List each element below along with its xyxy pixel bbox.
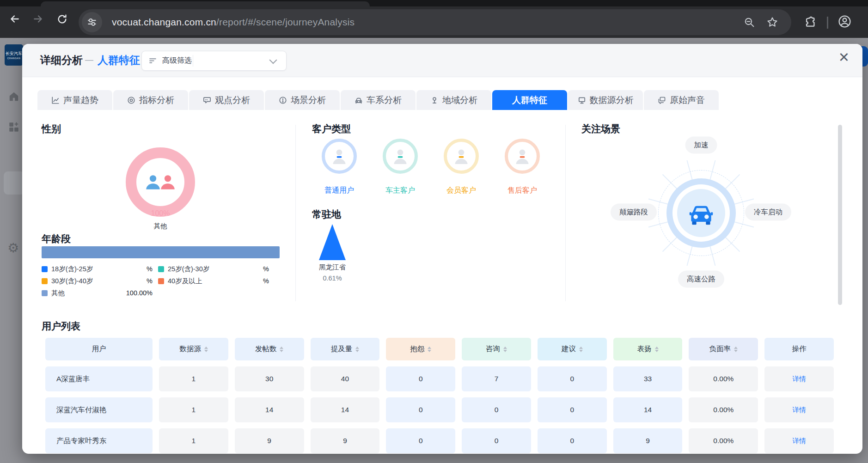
- tab-datasource-analysis[interactable]: 数据源分析: [568, 90, 643, 110]
- sort-icon[interactable]: [355, 347, 359, 352]
- browser-active-tab[interactable]: [41, 1, 370, 6]
- modal-title-dash: —: [85, 55, 93, 65]
- scene-section-title: 关注场景: [581, 122, 620, 135]
- table-cell-user: 产品专家叶秀东: [45, 428, 153, 453]
- sort-icon[interactable]: [655, 347, 659, 352]
- table-cell: 0.00%: [689, 366, 758, 391]
- sidebar-apps-icon[interactable]: [8, 121, 20, 135]
- tab-opinion-analysis[interactable]: 观点分析: [189, 90, 264, 110]
- filter-label: 高级筛选: [162, 56, 192, 66]
- sort-icon[interactable]: [734, 347, 738, 352]
- site-info-icon[interactable]: [82, 12, 102, 32]
- sort-icon[interactable]: [503, 347, 507, 352]
- tab-region-analysis[interactable]: 地域分析: [416, 90, 491, 110]
- sidebar-settings-icon[interactable]: ⚙: [7, 240, 19, 256]
- table-cell: 0.00%: [689, 428, 758, 453]
- tab-demographics[interactable]: 人群特征: [492, 90, 567, 110]
- filter-divider: [193, 55, 193, 67]
- legend-swatch: [158, 278, 164, 284]
- customer-type-item: 普通用户: [309, 139, 370, 195]
- table-cell: 0: [538, 366, 607, 391]
- user-badge-icon: [444, 139, 479, 174]
- changan-logo: 长安汽车 CHANGAN: [5, 44, 23, 66]
- tab-scene-analysis[interactable]: 场景分析: [265, 90, 340, 110]
- table-cell: 9: [311, 428, 380, 453]
- url-path: /report/#/scene/journeyAnalysis: [216, 17, 355, 27]
- table-cell: 0: [386, 366, 455, 391]
- extensions-icon[interactable]: [801, 12, 820, 31]
- detail-analysis-modal: 详细分析 — 人群特征 高级筛选 ✕ 声量趋势 指标分析 观点分析: [22, 44, 862, 454]
- tab-label: 声量趋势: [63, 94, 98, 106]
- col-header-complaints[interactable]: 抱怨: [386, 338, 455, 360]
- table-cell: 0: [462, 428, 531, 453]
- scene-tag-highway: 高速公路: [678, 271, 724, 288]
- table-cell: 33: [613, 366, 683, 391]
- tab-volume-trend[interactable]: 声量趋势: [37, 90, 112, 110]
- detail-link[interactable]: 详情: [793, 375, 806, 384]
- back-icon[interactable]: [7, 12, 22, 26]
- age-legend: 18岁(含)-25岁% 25岁(含)-30岁% 30岁(含)-40岁% 40岁及…: [42, 265, 275, 297]
- legend-swatch: [158, 266, 164, 272]
- table-cell: 0.00%: [689, 397, 758, 422]
- sort-icon[interactable]: [428, 347, 431, 352]
- col-header-posts[interactable]: 发帖数: [235, 338, 304, 360]
- screen: vocuat.changan.com.cn/report/#/scene/jou…: [0, 0, 868, 463]
- legend-swatch: [42, 266, 48, 272]
- car-icon: [686, 198, 716, 228]
- logo-subtext: CHANGAN: [7, 57, 21, 60]
- url-text[interactable]: vocuat.changan.com.cn/report/#/scene/jou…: [112, 17, 355, 28]
- profile-icon[interactable]: [835, 12, 854, 31]
- col-header-actions: 操作: [764, 338, 834, 360]
- scene-tag-cold-start: 冷车启动: [745, 204, 791, 221]
- col-header-datasource[interactable]: 数据源: [159, 338, 228, 360]
- tab-label: 观点分析: [215, 94, 250, 106]
- customer-section-title: 客户类型: [312, 122, 351, 135]
- sort-icon[interactable]: [579, 347, 583, 352]
- reload-icon[interactable]: [55, 12, 69, 26]
- col-header-mentions[interactable]: 提及量: [311, 338, 380, 360]
- tab-vehicle-series-analysis[interactable]: 车系分析: [341, 90, 416, 110]
- legend-item: 30岁(含)-40岁%: [42, 277, 158, 285]
- modal-subtitle: 人群特征: [98, 53, 140, 67]
- tab-metric-analysis[interactable]: 指标分析: [113, 90, 188, 110]
- gender-category: 其他: [126, 222, 195, 231]
- table-cell: 1: [159, 366, 228, 391]
- user-badge-icon: [383, 139, 418, 174]
- user-table: 用户 数据源 发帖数 提及量 抱怨 咨询 建议 表扬 负面率 操作 A深蓝唐丰 …: [45, 338, 834, 453]
- legend-swatch: [42, 278, 48, 284]
- table-cell: 9: [613, 428, 683, 453]
- table-cell: 0: [386, 397, 455, 422]
- legend-item: 18岁(含)-25岁%: [42, 265, 158, 273]
- col-header-inquiries[interactable]: 咨询: [462, 338, 531, 360]
- sort-icon[interactable]: [280, 347, 283, 352]
- detail-link[interactable]: 详情: [793, 437, 806, 445]
- col-header-suggestions[interactable]: 建议: [538, 338, 607, 360]
- bookmark-star-icon[interactable]: [763, 12, 782, 32]
- table-cell-user: 深蓝汽车付淑艳: [45, 397, 153, 422]
- tab-label: 地域分析: [442, 94, 477, 106]
- zoom-out-icon[interactable]: [740, 12, 759, 32]
- table-cell: 14: [235, 397, 304, 422]
- sidebar-home-icon[interactable]: [8, 91, 20, 104]
- female-person-icon: [159, 173, 177, 191]
- chevron-down-icon: [269, 56, 277, 64]
- residence-percent: 0.61%: [305, 274, 360, 282]
- analysis-tabs: 声量趋势 指标分析 观点分析 场景分析 车系分析 地域分析: [37, 90, 719, 110]
- charts-scrollbar[interactable]: [838, 125, 842, 305]
- detail-link[interactable]: 详情: [793, 406, 806, 414]
- tab-raw-voice[interactable]: 原始声音: [644, 90, 719, 110]
- gender-donut-chart: [126, 147, 195, 217]
- table-cell: 14: [613, 397, 683, 422]
- close-icon[interactable]: ✕: [838, 51, 850, 64]
- url-host: vocuat.changan.com.cn: [112, 17, 216, 27]
- table-cell: 1: [159, 397, 228, 422]
- advanced-filter-dropdown[interactable]: 高级筛选: [141, 51, 287, 71]
- sort-icon[interactable]: [204, 347, 208, 352]
- forward-icon[interactable]: [31, 12, 45, 26]
- address-bar[interactable]: vocuat.changan.com.cn/report/#/scene/jou…: [79, 9, 791, 35]
- col-header-negative-rate[interactable]: 负面率: [689, 338, 758, 360]
- col-header-praise[interactable]: 表扬: [613, 338, 683, 360]
- customer-type-item: 售后客户: [492, 139, 553, 195]
- age-bar-chart: [42, 246, 280, 258]
- table-cell: 0: [538, 428, 607, 453]
